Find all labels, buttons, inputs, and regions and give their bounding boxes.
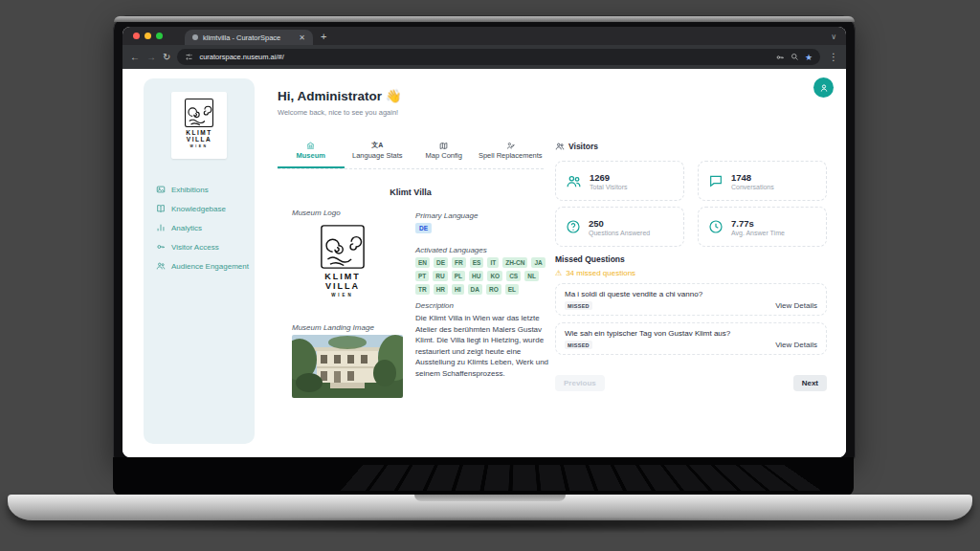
view-details-link[interactable]: View Details [775,301,817,310]
tab-museum[interactable]: Museum [278,138,345,168]
browser-tab[interactable]: klimtvilla - CuratorSpace ✕ [185,30,313,45]
visitors-title: Visitors [568,142,598,151]
tab-label: Spell Replacements [479,151,543,160]
primary-language-badge: DE [415,223,432,233]
sidebar-item-label: Exhibitions [171,186,209,194]
zoom-window-button[interactable] [156,33,163,39]
tab-language-stats[interactable]: 文A Language Stats [345,138,412,168]
lens-search-icon[interactable] [791,53,799,61]
language-badge: DE [434,257,448,268]
back-button[interactable]: ← [130,53,140,62]
browser-window: klimtvilla - CuratorSpace ✕ + ∨ ← → ↻ cu… [122,27,846,457]
museum-description: Die Klimt Villa in Wien war das letzte A… [415,313,555,380]
language-badge: CS [506,271,521,281]
visitors-icon [555,142,565,151]
browser-menu-icon[interactable]: ⋮ [827,52,838,62]
previous-button[interactable]: Previous [555,375,605,391]
warning-text: 34 missed questions [566,269,635,277]
stat-card-total-visitors: 1269 Total Visitors [555,161,684,201]
sidebar: KLIMT VILLA WIEN Exhibitions Knowledgeba… [144,78,255,444]
museum-icon [278,141,345,150]
bookmark-star-icon[interactable]: ★ [805,53,813,62]
language-badge: TR [415,284,430,295]
museum-name: Klimt Villa [278,187,544,197]
language-badge: RO [486,284,501,295]
stat-label: Total Visitors [590,184,628,190]
sidebar-item-knowledgebase[interactable]: Knowledgebase [144,199,255,218]
new-tab-button[interactable]: + [321,30,326,43]
sidebar-item-label: Visitor Access [171,243,219,252]
keyboard [341,465,822,491]
close-tab-icon[interactable]: ✕ [299,33,305,42]
missed-questions-pager: Previous Next [555,375,827,391]
avg-answer-time-icon [708,219,724,234]
view-details-link[interactable]: View Details [775,341,817,349]
logo-text-line3: WIEN [295,293,390,298]
url-text[interactable]: curatorspace.nuseum.ai/#/ [199,53,769,61]
conversations-icon [708,173,724,188]
language-badge: RU [433,271,447,281]
minimize-window-button[interactable] [145,33,151,39]
sidebar-item-analytics[interactable]: Analytics [144,218,255,237]
logo-text-line2: VILLA [295,281,390,291]
missed-questions-warning: ⚠ 34 missed questions [555,269,635,277]
laptop-shadow [57,517,923,534]
language-badge: JA [531,257,545,268]
laptop-mockup: klimtvilla - CuratorSpace ✕ + ∨ ← → ↻ cu… [0,0,980,551]
missed-question-list: Ma i soldi di queste vendite a chi vanno… [555,283,827,355]
missed-badge: MISSED [565,341,592,349]
stat-value: 1269 [590,172,628,183]
sidebar-item-visitor-access[interactable]: Visitor Access [144,237,255,256]
close-window-button[interactable] [133,33,140,39]
sidebar-item-exhibitions[interactable]: Exhibitions [144,180,255,199]
welcome-subtitle: Welcome back, nice to see you again! [278,108,398,117]
museum-logo-image: KLIMT VILLA WIEN [295,222,390,298]
language-badge: DA [468,284,482,295]
language-badge: NL [524,271,539,281]
sidebar-item-audience-engagement[interactable]: Audience Engagement [144,256,255,276]
language-badge: HU [469,271,483,281]
translate-icon: 文A [345,141,412,150]
tab-map-config[interactable]: Map Config [411,138,478,168]
audience-icon [156,261,166,271]
passwords-key-icon[interactable] [775,53,785,62]
landing-image-label: Museum Landing Image [292,323,374,332]
laptop-notch [414,495,566,501]
missed-question-card: Ma i soldi di queste vendite a chi vanno… [555,283,827,316]
stat-label: Questions Answered [589,230,650,236]
browser-toolbar: ← → ↻ curatorspace.nuseum.ai/#/ ★ [122,45,846,69]
sidebar-item-label: Audience Engagement [171,262,249,271]
language-badge: ES [470,257,484,268]
site-settings-icon[interactable] [185,53,193,61]
logo-text-line1: KLIMT [171,129,227,136]
missed-badge: MISSED [565,301,592,310]
analytics-icon [156,223,166,232]
tab-label: Map Config [426,151,462,160]
museum-landing-image [292,335,403,398]
stat-value: 1748 [731,172,774,183]
questions-answered-icon [566,219,581,234]
knowledgebase-icon [156,204,166,213]
language-badge: HR [434,284,448,295]
stat-label: Conversations [731,184,774,190]
favicon [192,34,198,40]
missed-questions-title: Missed Questions [555,254,625,264]
address-bar[interactable]: curatorspace.nuseum.ai/#/ ★ [177,49,820,65]
reload-button[interactable]: ↻ [163,53,170,62]
museum-logo-label: Museum Logo [292,209,341,217]
stat-card-avg-answer-time: 7.77s Avg. Answer Time [698,207,827,247]
laptop-keyboard-deck [113,457,854,496]
exhibitions-icon [156,185,166,194]
curatorspace-app: KLIMT VILLA WIEN Exhibitions Knowledgeba… [122,69,846,457]
sidebar-item-label: Analytics [171,224,202,232]
app-tabs: Museum 文A Language Stats Map Config [278,138,544,169]
missed-question-card: Wie sah ein typischer Tag von Gustav Kli… [555,322,827,355]
next-button[interactable]: Next [793,375,827,391]
user-avatar[interactable] [813,77,834,98]
question-text: Wie sah ein typischer Tag von Gustav Kli… [565,329,817,338]
logo-text-line3: WIEN [171,144,227,148]
tab-spell-replacements[interactable]: Spell Replacements [478,138,545,168]
forward-button[interactable]: → [146,53,156,62]
primary-language-label: Primary Language [415,211,478,220]
tab-search-chevron-icon[interactable]: ∨ [831,33,846,45]
